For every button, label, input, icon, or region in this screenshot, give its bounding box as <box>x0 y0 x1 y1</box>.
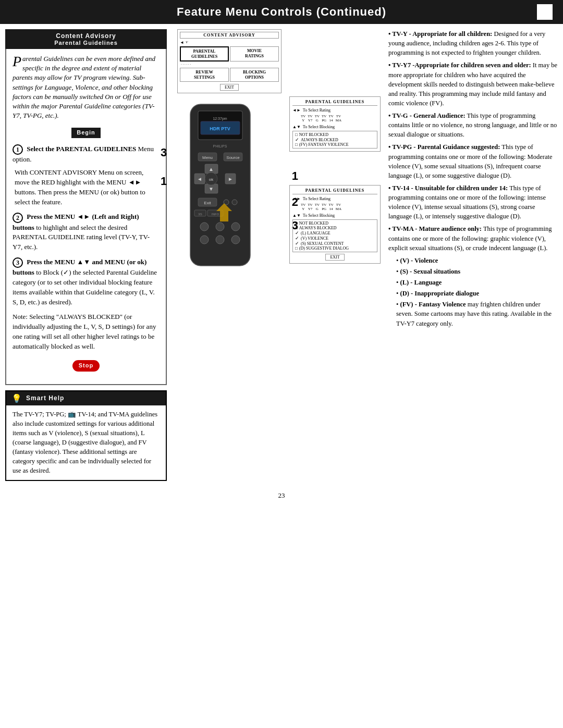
content-advisory-title: Content Advisory <box>10 32 162 40</box>
check-v: ✓ <box>295 236 299 241</box>
select-blocking-label-1: To Select Blocking <box>303 125 335 129</box>
tvma-bold: • TV-MA - Mature audience only: <box>388 225 482 232</box>
bullet-v-text: (V) - Violence <box>400 257 438 264</box>
check-e-2: □ <box>295 226 298 230</box>
blocking-opt-not2: □NOT BLOCKED <box>295 221 375 226</box>
blocking-arrow-2: ▲▼ <box>292 213 301 218</box>
check-e-3: □ <box>295 246 298 251</box>
pg-blocking-options-2: □NOT BLOCKED □ALWAYS BLOCKED ✓(L) LANGUA… <box>292 219 377 252</box>
step-num-1-right: 1 <box>292 169 298 183</box>
blocking-opt-d: □(D) SUGGESTIVE DIALOG <box>295 246 375 251</box>
not-blocked-label: NOT BLOCKED <box>299 132 328 137</box>
blocking-opt-v: ✓(V) VIOLENCE <box>295 236 375 241</box>
rating-tvy7-2: TVY7 <box>308 203 312 211</box>
step-num-1-left: 1 <box>161 175 167 188</box>
para-tvg: • TV-G - General Audience: This type of … <box>388 111 558 139</box>
menu-diagram-title: CONTENT ADVISORY <box>180 32 279 39</box>
rating-tvg-2: TVG <box>315 203 320 211</box>
step-3-number: 3 <box>13 257 23 268</box>
blocking-opt-l: ✓(L) LANGUAGE <box>295 230 375 236</box>
dots-row: · · · · · · <box>180 63 229 67</box>
always-blocked-label: ALWAYS BLOCKED <box>301 138 338 142</box>
blocking-option-not: □NOT BLOCKED <box>295 132 375 137</box>
para-tv14: • TV-14 - Unsuitable for children under … <box>388 183 558 221</box>
svg-point-30 <box>231 223 240 231</box>
left-text-area: Parental Guidelines can be even more def… <box>5 49 167 385</box>
pg-box-2-container: PARENTAL GUIDELINES ◄► To Select Rating … <box>289 185 381 268</box>
svg-text:PHILIPS: PHILIPS <box>213 144 227 148</box>
ratings-row-1: TVY TVY7 TVG TVPG TV14 TVMA <box>292 114 377 122</box>
diagram-area: PARENTAL GUIDELINES ◄► To Select Rating … <box>172 96 287 286</box>
pg-box-2-blocking-row: ▲▼ To Select Blocking <box>292 213 377 218</box>
pg-box-1-title: PARENTAL GUIDELINES <box>292 100 377 106</box>
page-number-section: 23 <box>0 486 563 505</box>
note-text: Note: Selecting "ALWAYS BLOCKED" (or ind… <box>13 312 160 351</box>
pg-box-2-exit: EXIT <box>292 254 377 261</box>
pg-box-2: PARENTAL GUIDELINES ◄► To Select Rating … <box>289 185 381 264</box>
corner-box <box>537 4 553 20</box>
step-1-number: 1 <box>13 144 23 155</box>
bullet-l: • (L) - Language <box>396 278 558 287</box>
svg-text:12:37pm: 12:37pm <box>213 117 227 121</box>
smart-help-text: The TV-Y7; TV-PG; 📺 TV-14; and TV-MA gui… <box>13 410 160 476</box>
svg-text:◄: ◄ <box>197 176 202 182</box>
right-text: • TV-Y - Appropriate for all children: D… <box>388 29 558 328</box>
left-column: Content Advisory Parental Guidelines Par… <box>5 29 167 481</box>
blocking-opt-s: ✓(S) SEXUAL CONTENT <box>295 241 375 246</box>
blocking-opt-always2: □ALWAYS BLOCKED <box>295 226 375 230</box>
svg-point-23 <box>232 200 237 205</box>
step-3: 3 Press the MENU ▲▼ and MENU (or ok) but… <box>13 257 160 307</box>
svg-text:ok: ok <box>209 177 214 182</box>
review-settings-cell: REVIEWSETTINGS <box>180 68 229 82</box>
para-tvy7: • TV-Y7 -Appropriate for children seven … <box>388 60 558 108</box>
left-arrow-indicator: ◄ V <box>180 40 279 45</box>
blocking-option-always: ✓ALWAYS BLOCKED <box>295 137 375 142</box>
step-2: 2 Press the MENU ◄► (Left and Right) but… <box>13 212 160 252</box>
pg-exit-button[interactable]: EXIT <box>325 254 344 261</box>
bullet-v: • (V) - Violence <box>396 256 558 265</box>
rating-tvma: TVMA <box>336 114 341 122</box>
svg-point-32 <box>216 236 224 244</box>
parental-guidelines-cell: PARENTALGUIDELINES <box>180 46 229 61</box>
bullet-list: • (V) - Violence • (S) - Sexual situatio… <box>396 256 558 328</box>
blocking-options-cell: BLOCKINGOPTIONS <box>230 68 279 82</box>
pg-box-1-blocking-row: ▲▼ To Select Blocking <box>292 125 377 129</box>
page-number: 23 <box>278 491 285 499</box>
smart-help-title: Smart Help <box>26 394 64 402</box>
rating-tvpg: TVPG <box>322 114 326 122</box>
stop-badge: Stop <box>72 360 100 372</box>
movie-ratings-cell: MOVIERATINGS <box>230 46 279 61</box>
rating-tvy: TVY <box>301 114 305 122</box>
begin-section: Begin <box>13 125 160 141</box>
step-num-3-left: 3 <box>161 146 167 159</box>
para-tvy: • TV-Y - Appropriate for all children: D… <box>388 29 558 57</box>
select-rating-label-1: To Select Rating <box>303 108 331 113</box>
step-2-number: 2 <box>13 213 23 223</box>
check-mark-1: ✓ <box>295 137 299 142</box>
pg-box-1-container: PARENTAL GUIDELINES ◄► To Select Rating … <box>289 96 381 156</box>
smart-help-header: 💡 Smart Help <box>6 391 166 405</box>
main-content: Content Advisory Parental Guidelines Par… <box>0 24 563 486</box>
check-empty-2: □ <box>295 142 298 147</box>
step-1-detail: With CONTENT ADVISORY Menu on screen, mo… <box>15 168 160 207</box>
rating-tvma-2: TVMA <box>336 203 341 211</box>
step-1-title: Select the PARENTAL GUIDELINES <box>27 145 136 153</box>
tvy-bold: • TV-Y - Appropriate for all children: <box>388 30 492 38</box>
svg-text:▲: ▲ <box>209 166 214 172</box>
para-tvma: • TV-MA - Mature audience only: This typ… <box>388 224 558 252</box>
begin-badge: Begin <box>71 128 101 138</box>
content-advisory-header: Content Advisory Parental Guidelines <box>5 29 167 49</box>
tvpg-bold: • TV-PG - Parental Guidance suggested: <box>388 143 500 151</box>
select-blocking-label-2: To Select Blocking <box>303 213 335 218</box>
svg-text:INFO: INFO <box>212 213 219 216</box>
check-empty-1: □ <box>295 132 298 137</box>
pg-box-1-rating-row: ◄► To Select Rating <box>292 108 377 113</box>
rating-tvy-2: TVY <box>301 203 305 211</box>
bullet-d: • (D) - Inappropriate dialogue <box>396 289 558 298</box>
exit-button[interactable]: EXIT <box>220 84 239 91</box>
bullet-d-text: (D) - Inappropriate dialogue <box>400 290 480 297</box>
intro-text: arental Guidelines can be even more defi… <box>13 55 155 119</box>
svg-text:Source: Source <box>226 155 240 160</box>
svg-text:3S: 3S <box>198 213 202 216</box>
svg-point-31 <box>200 236 209 244</box>
